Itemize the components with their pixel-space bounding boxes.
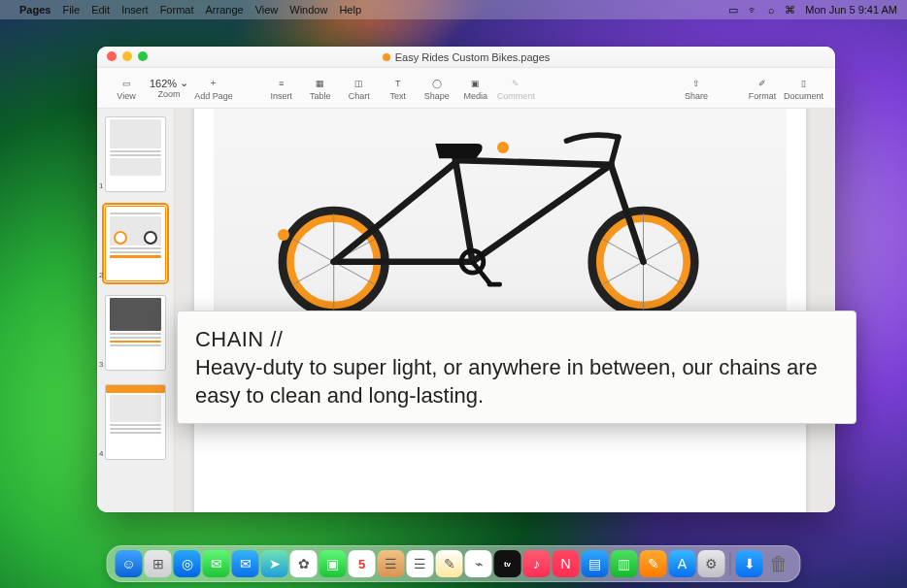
callout-dot-seat bbox=[497, 142, 509, 153]
dock-notes[interactable]: ✎ bbox=[436, 550, 463, 577]
dock-numbers[interactable]: ▥ bbox=[611, 550, 638, 577]
toolbar-zoom[interactable]: 162% ⌄ Zoom bbox=[148, 77, 190, 99]
toolbar-insert[interactable]: ≡ Insert bbox=[264, 76, 299, 101]
document-icon bbox=[383, 53, 390, 61]
chart-icon: ◫ bbox=[351, 76, 368, 91]
dock-settings[interactable]: ⚙ bbox=[698, 550, 725, 577]
menu-file[interactable]: File bbox=[62, 4, 80, 16]
toolbar-media-label: Media bbox=[463, 91, 487, 101]
toolbar-shape[interactable]: ◯ Shape bbox=[420, 76, 454, 101]
dock-trash[interactable]: 🗑 bbox=[765, 550, 792, 577]
window-controls bbox=[107, 51, 148, 61]
menubar-clock[interactable]: Mon Jun 5 9:41 AM bbox=[805, 4, 897, 16]
search-icon[interactable]: ⌕ bbox=[768, 4, 775, 16]
dock-divider bbox=[730, 552, 731, 575]
dock-contacts[interactable]: ☰ bbox=[378, 550, 405, 577]
dock-safari[interactable]: ◎ bbox=[174, 550, 201, 577]
toolbar-addpage-label: Add Page bbox=[194, 91, 233, 101]
toolbar-share-label: Share bbox=[685, 91, 708, 101]
thumbnail-3[interactable]: 3 bbox=[105, 295, 166, 371]
window-title: Easy Rides Custom Bikes.pages bbox=[395, 51, 551, 63]
maximize-button[interactable] bbox=[138, 51, 148, 61]
window-titlebar[interactable]: Easy Rides Custom Bikes.pages bbox=[97, 47, 835, 68]
dock-pages[interactable]: ✎ bbox=[640, 550, 667, 577]
toolbar-comment-label: Comment bbox=[497, 91, 535, 101]
text-icon: T bbox=[389, 76, 407, 91]
view-icon: ▭ bbox=[118, 76, 135, 91]
svg-line-12 bbox=[643, 262, 685, 285]
toolbar-add-page[interactable]: ＋ Add Page bbox=[194, 76, 233, 101]
toolbar-document[interactable]: ▯ Document bbox=[784, 76, 823, 101]
dock-news[interactable]: N bbox=[553, 550, 580, 577]
hover-text-overlay: CHAIN // Heavy-duty to super light, or a… bbox=[177, 310, 857, 424]
dock-appstore[interactable]: A bbox=[669, 550, 696, 577]
close-button[interactable] bbox=[107, 51, 117, 61]
thumbnail-4[interactable]: 4 bbox=[105, 384, 166, 460]
dock-tv[interactable]: tv bbox=[494, 550, 521, 577]
toolbar-format[interactable]: ✐ Format bbox=[745, 76, 780, 101]
menu-edit[interactable]: Edit bbox=[91, 4, 110, 16]
control-center-icon[interactable]: ⌘ bbox=[785, 4, 795, 16]
svg-line-21 bbox=[454, 151, 472, 262]
dock-mail[interactable]: ✉ bbox=[232, 550, 259, 577]
svg-line-14 bbox=[602, 262, 644, 285]
toolbar-comment[interactable]: ✎ Comment bbox=[497, 76, 535, 101]
toolbar-media[interactable]: ▣ Media bbox=[458, 76, 493, 101]
hover-text-body: Heavy-duty to super light, or anywhere i… bbox=[195, 353, 838, 409]
toolbar-view-label: View bbox=[117, 91, 135, 101]
share-icon: ⇧ bbox=[688, 76, 705, 91]
menubar: Pages File Edit Insert Format Arrange Vi… bbox=[0, 0, 907, 19]
comment-icon: ✎ bbox=[507, 76, 524, 91]
media-icon: ▣ bbox=[467, 76, 485, 91]
toolbar-table[interactable]: ▦ Table bbox=[303, 76, 338, 101]
menu-help[interactable]: Help bbox=[339, 4, 361, 16]
dock-finder[interactable]: ☺ bbox=[116, 550, 143, 577]
thumbnail-1[interactable]: 1 bbox=[105, 116, 166, 192]
toolbar-chart[interactable]: ◫ Chart bbox=[342, 76, 377, 101]
toolbar-view[interactable]: ▭ View bbox=[109, 76, 144, 101]
thumbnail-2[interactable]: 2 bbox=[105, 206, 166, 281]
dock-downloads[interactable]: ⬇ bbox=[736, 550, 763, 577]
svg-line-22 bbox=[611, 137, 619, 165]
menu-format[interactable]: Format bbox=[160, 4, 194, 16]
dock-reminders[interactable]: ☰ bbox=[407, 550, 434, 577]
svg-rect-25 bbox=[487, 282, 502, 287]
dock-launchpad[interactable]: ⊞ bbox=[145, 550, 172, 577]
dock-calendar[interactable]: 5 bbox=[349, 550, 376, 577]
thumb-number: 1 bbox=[99, 181, 103, 190]
dock: ☺⊞◎✉✉➤✿▣5☰☰✎⌁tv♪N▤▥✎A⚙⬇🗑 bbox=[107, 545, 801, 582]
app-menu[interactable]: Pages bbox=[19, 4, 50, 16]
dock-facetime[interactable]: ▣ bbox=[319, 550, 347, 577]
dock-keynote[interactable]: ▤ bbox=[582, 550, 609, 577]
dock-messages[interactable]: ✉ bbox=[203, 550, 230, 577]
svg-line-11 bbox=[643, 239, 685, 262]
svg-line-8 bbox=[292, 262, 334, 285]
menu-arrange[interactable]: Arrange bbox=[205, 4, 243, 16]
menu-window[interactable]: Window bbox=[289, 4, 327, 16]
dock-maps[interactable]: ➤ bbox=[261, 550, 288, 577]
thumb-number: 4 bbox=[99, 449, 103, 458]
page-thumbnails[interactable]: 1 2 3 4 bbox=[97, 109, 175, 512]
dock-freeform[interactable]: ⌁ bbox=[465, 550, 492, 577]
toolbar-text-label: Text bbox=[389, 91, 406, 101]
toolbar-table-label: Table bbox=[310, 91, 331, 101]
format-icon: ✐ bbox=[754, 76, 771, 91]
bike-image[interactable] bbox=[214, 109, 787, 328]
wifi-icon[interactable]: ᯤ bbox=[748, 4, 758, 16]
minimize-button[interactable] bbox=[122, 51, 132, 61]
toolbar-insert-label: Insert bbox=[270, 91, 292, 101]
menu-view[interactable]: View bbox=[255, 4, 279, 16]
dock-photos[interactable]: ✿ bbox=[290, 550, 318, 577]
table-icon: ▦ bbox=[312, 76, 329, 91]
toolbar-share[interactable]: ⇧ Share bbox=[679, 76, 714, 101]
thumb-number: 3 bbox=[99, 360, 103, 369]
toolbar-chart-label: Chart bbox=[349, 91, 370, 101]
svg-line-9 bbox=[292, 239, 334, 262]
dock-music[interactable]: ♪ bbox=[523, 550, 551, 577]
insert-icon: ≡ bbox=[273, 76, 290, 91]
plus-icon: ＋ bbox=[205, 76, 222, 91]
toolbar-text[interactable]: T Text bbox=[381, 76, 416, 101]
battery-icon[interactable]: ▭ bbox=[728, 4, 738, 16]
menu-insert[interactable]: Insert bbox=[121, 4, 149, 16]
document-icon: ▯ bbox=[794, 76, 812, 91]
